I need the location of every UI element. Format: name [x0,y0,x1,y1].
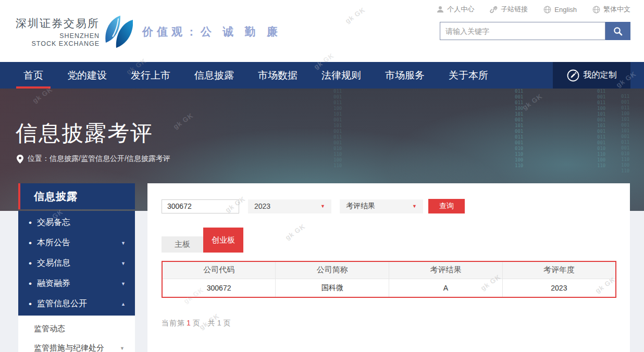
col-evaluation-result: 考评结果 [389,261,503,279]
person-icon [437,6,444,13]
content-area: 信息披露 • 交易备忘 • 本所公告 ▼ • 交易信息 ▼ • 融资融券 ▼ [0,183,644,352]
personal-center-link[interactable]: 个人中心 [437,5,474,14]
nav-item-market-data[interactable]: 市场数据 [258,62,298,89]
chevron-up-icon: ▲ [121,301,126,307]
current-page-number: 1 [187,319,191,327]
english-link[interactable]: English [543,6,577,14]
tab-main-board[interactable]: 主板 [162,236,203,253]
utility-link-label: 繁体中文 [603,5,630,14]
sidebar-menu: • 交易备忘 • 本所公告 ▼ • 交易信息 ▼ • 融资融券 ▼ • 监管信 [18,211,135,316]
traditional-chinese-link[interactable]: 繁体中文 [592,5,630,14]
site-search-button[interactable] [605,22,630,40]
utility-link-label: 个人中心 [447,5,474,14]
main-panel: 2023 ▼ 考评结果 ▼ 查询 主板 创业板 公司代码 公司简称 考评结果 考… [147,183,630,352]
nav-item-about[interactable]: 关于本所 [449,62,488,89]
utility-link-label: 子站链接 [501,5,528,14]
sidebar-title: 信息披露 [18,183,135,209]
globe-icon [543,6,551,14]
sidebar-item-trading-info[interactable]: • 交易信息 ▼ [18,253,135,273]
nav-item-party-building[interactable]: 党的建设 [67,62,107,89]
search-icon [613,27,623,36]
binary-decoration: 0110010111001010011010010110010101101001… [333,89,344,135]
pagination: 当前第1页共1页 [162,319,616,328]
sidebar-item-regulatory-disclosure[interactable]: • 监管信息公开 ▲ [18,294,135,314]
chevron-down-icon: ▼ [121,261,126,266]
year-select-value: 2023 [254,202,270,210]
sidebar-item-exchange-notices[interactable]: • 本所公告 ▼ [18,233,135,253]
evaluation-results-table: 公司代码 公司简称 考评结果 考评年度 300672 国科微 A 2023 [162,261,616,298]
total-page-number: 1 [217,319,222,327]
company-code-input[interactable] [162,199,239,213]
nav-item-disclosure[interactable]: 信息披露 [194,62,234,89]
my-customization-button[interactable]: 我的定制 [553,62,630,89]
globe-icon [592,6,600,14]
col-company-name: 公司简称 [276,261,389,279]
chevron-down-icon: ▼ [120,346,125,351]
cell-evaluation-result: A [389,279,503,297]
brand-slogan: 价值观：公 诚 勤 廉 [142,24,281,39]
cell-evaluation-year: 2023 [502,279,616,297]
year-select[interactable]: 2023 ▼ [248,199,331,213]
site-header: 深圳证券交易所 SHENZHEN STOCK EXCHANGE 价值观：公 诚 … [0,0,644,62]
cell-company-name: 国科微 [276,279,389,297]
board-tabs: 主板 创业板 [162,228,616,253]
chevron-down-icon: ▼ [320,204,325,209]
sidebar-item-margin-trading[interactable]: • 融资融券 ▼ [18,273,135,294]
sidebar: 信息披露 • 交易备忘 • 本所公告 ▼ • 交易信息 ▼ • 融资融券 ▼ [18,183,135,352]
pencil-circle-icon [567,69,579,82]
col-company-code: 公司代码 [162,261,276,279]
result-select-value: 考评结果 [346,202,375,211]
logo-name-cn: 深圳证券交易所 [16,16,100,31]
szse-logo-icon [105,16,133,48]
cell-company-code: 300672 [162,279,276,297]
bullet-icon: • [29,299,32,308]
utility-bar: 个人中心 子站链接 English [437,5,630,14]
breadcrumb-text: 位置：信息披露/监管信息公开/信息披露考评 [28,154,170,164]
utility-link-label: English [554,6,577,14]
chevron-down-icon: ▼ [121,241,126,246]
result-select[interactable]: 考评结果 ▼ [340,199,423,213]
query-button[interactable]: 查询 [428,199,465,213]
site-logo[interactable]: 深圳证券交易所 SHENZHEN STOCK EXCHANGE 价值观：公 诚 … [16,16,281,48]
main-nav: 首页 党的建设 发行上市 信息披露 市场数据 法律规则 市场服务 关于本所 我的… [0,62,644,89]
sidebar-subitem-regulatory-measures[interactable]: 监管措施与纪律处分 ▼ [18,338,135,352]
table-header-row: 公司代码 公司简称 考评结果 考评年度 [162,261,616,279]
nav-item-market-services[interactable]: 市场服务 [385,62,425,89]
bullet-icon: • [29,238,32,247]
col-evaluation-year: 考评年度 [502,261,616,279]
tab-chinext[interactable]: 创业板 [203,228,243,253]
logo-text: 深圳证券交易所 SHENZHEN STOCK EXCHANGE [16,16,100,48]
chevron-down-icon: ▼ [121,281,126,286]
nav-item-home[interactable]: 首页 [23,62,43,89]
sidebar-subitem-regulatory-updates[interactable]: 监管动态 [18,319,135,338]
site-search-input[interactable] [440,22,605,40]
sidebar-submenu: 监管动态 监管措施与纪律处分 ▼ [18,316,135,352]
bullet-icon: • [29,259,32,268]
breadcrumb: 位置：信息披露/监管信息公开/信息披露考评 [17,154,170,164]
chevron-down-icon: ▼ [412,204,417,209]
link-icon [490,6,498,14]
table-row: 300672 国科微 A 2023 [162,279,616,297]
bullet-icon: • [29,279,32,288]
logo-name-en: SHENZHEN STOCK EXCHANGE [16,32,100,48]
sidebar-item-trading-memo[interactable]: • 交易备忘 [18,212,135,233]
page-title: 信息披露考评 [16,119,153,148]
bullet-icon: • [29,218,32,227]
location-pin-icon [17,155,23,164]
nav-item-listing[interactable]: 发行上市 [131,62,170,89]
filter-bar: 2023 ▼ 考评结果 ▼ 查询 [162,199,616,213]
site-search [440,22,630,40]
subsite-links-link[interactable]: 子站链接 [490,5,528,14]
nav-item-rules[interactable]: 法律规则 [321,62,361,89]
